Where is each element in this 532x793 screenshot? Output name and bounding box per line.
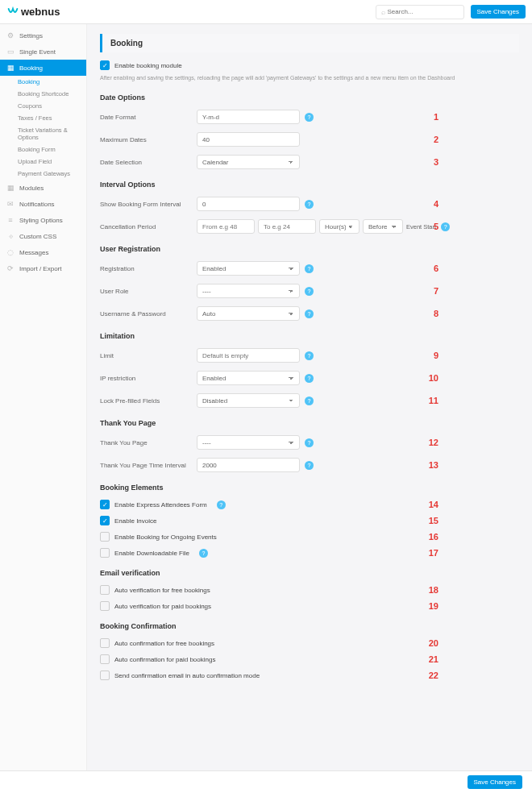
gear-icon: ⚙ xyxy=(6,31,15,39)
num-9: 9 xyxy=(434,351,438,360)
num-18: 18 xyxy=(429,585,438,595)
info-icon[interactable]: ? xyxy=(305,113,314,122)
chat-icon: ◌ xyxy=(6,248,15,256)
row-bc-paid: Auto confirmation for paid bookings 21 xyxy=(100,654,519,664)
sec-emailver: Email verification xyxy=(100,569,519,577)
panel-header: Booking xyxy=(100,34,519,52)
sub-shortcode[interactable]: Booking Shortcode xyxy=(15,88,86,100)
info-icon[interactable]: ? xyxy=(199,549,208,558)
num-15: 15 xyxy=(429,516,438,525)
num-5: 5 xyxy=(434,222,438,231)
enable-booking-label: Enable booking module xyxy=(114,62,182,69)
save-button-bottom[interactable]: Save Changes xyxy=(468,775,522,789)
sidebar-item-messages[interactable]: ◌Messages xyxy=(0,244,86,260)
num-22: 22 xyxy=(429,671,438,680)
row-bc-email: Send confirmation email in auto confirma… xyxy=(100,671,519,680)
sidebar-item-styling[interactable]: ≡Styling Options xyxy=(0,212,86,228)
info-icon[interactable]: ? xyxy=(305,461,314,470)
sidebar-item-single-event[interactable]: ▭Single Event xyxy=(0,44,86,60)
info-icon[interactable]: ? xyxy=(305,309,314,318)
sliders-icon: ≡ xyxy=(6,216,15,224)
sub-form[interactable]: Booking Form xyxy=(15,143,86,156)
row-ongoing: Enable Booking for Ongoing Events 16 xyxy=(100,532,519,542)
sidebar-item-import-export[interactable]: ⟳Import / Export xyxy=(0,260,86,276)
logo-icon xyxy=(6,6,19,19)
num-7: 7 xyxy=(434,286,438,296)
ip-select[interactable]: Enabled xyxy=(197,371,300,385)
sub-booking[interactable]: Booking xyxy=(15,76,86,88)
date-format-input[interactable] xyxy=(197,110,300,124)
cancel-from-input[interactable] xyxy=(197,219,255,234)
info-icon[interactable]: ? xyxy=(441,222,450,231)
sub-taxes[interactable]: Taxes / Fees xyxy=(15,112,86,124)
thank-time-input[interactable] xyxy=(197,458,300,472)
search-box[interactable]: ⌕ xyxy=(376,5,464,19)
sidebar-item-notifications[interactable]: ✉Notifications xyxy=(0,196,86,212)
date-selection-select[interactable]: Calendar xyxy=(197,155,300,169)
bc-free-checkbox[interactable] xyxy=(100,638,110,648)
user-role-select[interactable]: ---- xyxy=(197,284,300,298)
row-download: Enable Downloadable File ? 17 xyxy=(100,548,519,558)
bc-paid-checkbox[interactable] xyxy=(100,654,110,664)
sidebar-item-settings[interactable]: ⚙Settings xyxy=(0,27,86,44)
sub-variations[interactable]: Ticket Variations & Options xyxy=(15,124,86,143)
ongoing-checkbox[interactable] xyxy=(100,532,110,542)
cancel-to-input[interactable] xyxy=(258,219,316,234)
sec-elements: Booking Elements xyxy=(100,484,519,492)
row-username-password: Username & Password Auto ? 8 xyxy=(100,306,519,321)
ev-free-checkbox[interactable] xyxy=(100,585,110,595)
info-icon[interactable]: ? xyxy=(305,351,314,360)
hint-text: After enabling and saving the settings, … xyxy=(100,75,519,81)
num-13: 13 xyxy=(429,460,438,470)
mail-icon: ✉ xyxy=(6,200,15,208)
bc-email-checkbox[interactable] xyxy=(100,671,110,680)
cancel-unit-select[interactable]: Hour(s) xyxy=(319,219,360,234)
info-icon[interactable]: ? xyxy=(305,374,314,383)
num-21: 21 xyxy=(429,654,438,664)
invoice-checkbox[interactable]: ✓ xyxy=(100,516,110,525)
limit-input[interactable] xyxy=(197,348,300,363)
registration-select[interactable]: Enabled xyxy=(197,261,300,276)
info-icon[interactable]: ? xyxy=(305,200,314,209)
logo: webnus xyxy=(6,6,60,19)
calendar-icon: ▦ xyxy=(6,64,15,72)
sec-userreg: User Registration xyxy=(100,245,519,253)
enable-booking-checkbox[interactable]: ✓ xyxy=(100,60,110,70)
express-checkbox[interactable]: ✓ xyxy=(100,500,110,509)
username-password-select[interactable]: Auto xyxy=(197,306,300,321)
search-input[interactable] xyxy=(388,8,460,15)
row-show-interval: Show Booking Form Interval ? 4 xyxy=(100,197,519,211)
row-ev-free: Auto verification for free bookings 18 xyxy=(100,585,519,595)
info-icon[interactable]: ? xyxy=(305,438,314,447)
sidebar-item-booking[interactable]: ▦Booking xyxy=(0,60,86,76)
sec-thankyou: Thank You Page xyxy=(100,419,519,427)
num-10: 10 xyxy=(429,373,438,383)
sidebar-item-custom-css[interactable]: ⟐Custom CSS xyxy=(0,228,86,244)
num-3: 3 xyxy=(434,157,438,167)
row-express: ✓ Enable Express Attendees Form ? 14 xyxy=(100,500,519,509)
content: Booking ✓ Enable booking module After en… xyxy=(87,24,532,770)
sidebar-item-modules[interactable]: ▦Modules xyxy=(0,180,86,196)
thank-page-select[interactable]: ---- xyxy=(197,435,300,450)
sidebar: ⚙Settings ▭Single Event ▦Booking Booking… xyxy=(0,24,87,770)
lock-select[interactable]: Disabled xyxy=(197,393,300,408)
info-icon[interactable]: ? xyxy=(305,396,314,405)
download-checkbox[interactable] xyxy=(100,548,110,558)
sub-upload[interactable]: Upload Field xyxy=(15,156,86,168)
num-8: 8 xyxy=(434,309,438,318)
info-icon[interactable]: ? xyxy=(217,500,226,509)
info-icon[interactable]: ? xyxy=(305,264,314,273)
sec-date-options: Date Options xyxy=(100,93,519,102)
show-interval-input[interactable] xyxy=(197,197,300,211)
row-thankyou-time: Thank You Page Time Interval ? 13 xyxy=(100,458,519,472)
sub-coupons[interactable]: Coupons xyxy=(15,100,86,112)
save-button-top[interactable]: Save Changes xyxy=(471,5,526,19)
max-dates-input[interactable] xyxy=(197,132,300,147)
sub-gateways[interactable]: Payment Gateways xyxy=(15,168,86,180)
topbar-right: ⌕ Save Changes xyxy=(376,5,526,19)
cancel-before-select[interactable]: Before xyxy=(363,219,403,234)
info-icon[interactable]: ? xyxy=(305,287,314,296)
logo-text: webnus xyxy=(21,6,60,18)
ev-paid-checkbox[interactable] xyxy=(100,601,110,611)
refresh-icon: ⟳ xyxy=(6,264,15,272)
